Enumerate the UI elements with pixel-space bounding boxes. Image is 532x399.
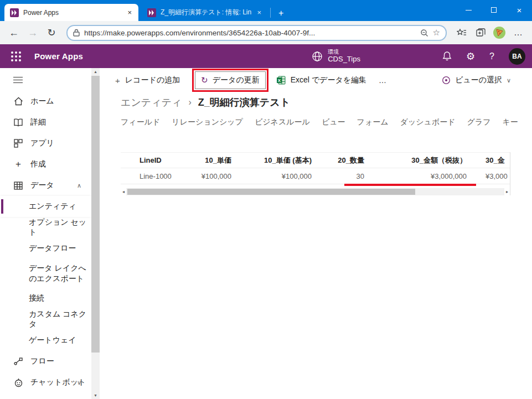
refresh-data-label: データの更新 (213, 75, 260, 85)
chevron-down-icon: ∨ (507, 77, 511, 84)
sidebar-item-connections[interactable]: 接続 (0, 288, 91, 309)
edit-in-excel-label: Excel でデータを編集 (291, 75, 366, 85)
sidebar-item-export-to-data-lake[interactable]: データ レイクへのエクスポート (0, 259, 91, 288)
excel-icon: X (276, 76, 286, 85)
more-commands-button[interactable]: … (379, 76, 386, 85)
page-title: Z_明細行演算テスト (198, 96, 290, 109)
select-view-dropdown[interactable]: ビューの選択 ∨ (442, 68, 511, 92)
favorite-star-icon[interactable]: ☆ (433, 28, 440, 38)
column-header[interactable]: 10_単価 (基本) (231, 156, 312, 165)
settings-gear-icon[interactable]: ⚙ (466, 50, 475, 63)
column-header[interactable]: 10_単価 (198, 156, 231, 165)
sidebar-item-dataflows[interactable]: データフロー (0, 238, 91, 259)
sidebar-item-entities[interactable]: エンティティ (0, 196, 91, 217)
tab-separator (270, 8, 271, 18)
data-table-icon (13, 180, 23, 190)
tab-close-icon[interactable]: × (256, 8, 262, 17)
edit-in-excel-button[interactable]: X Excel でデータを編集 (276, 75, 366, 85)
sidebar-item-label: 詳細 (30, 117, 46, 127)
content-area: + レコードの追加 ↻ データの更新 X Excel でデータを編集 … (100, 68, 532, 399)
sidebar-item-home[interactable]: ホーム (0, 91, 91, 112)
tab-close-icon[interactable]: × (126, 8, 133, 17)
sidebar-item-label: エンティティ (29, 201, 76, 211)
collections-icon[interactable] (472, 28, 489, 37)
maximize-button[interactable] (481, 0, 507, 20)
sidebar-item-chatbots[interactable]: チャットボット ∨ (0, 372, 91, 393)
chevron-down-icon[interactable]: ∨ (77, 379, 81, 386)
url-text[interactable]: https://make.powerapps.com/environments/… (84, 29, 416, 37)
environment-picker[interactable]: 環境 CDS_Tips (312, 49, 360, 63)
close-button[interactable]: × (507, 0, 532, 20)
reload-button[interactable]: ↻ (43, 27, 60, 39)
sidebar-item-gateways[interactable]: ゲートウェイ (0, 330, 91, 351)
select-view-label: ビューの選択 (455, 75, 502, 85)
minimize-button[interactable] (456, 0, 481, 20)
browser-extension-icon[interactable] (491, 26, 508, 39)
cell-amount-excl-tax: ¥3,000,000 (364, 172, 467, 180)
book-icon (13, 117, 23, 127)
scroll-down-icon[interactable]: ▾ (91, 393, 100, 398)
sidebar-item-apps[interactable]: アプリ (0, 133, 91, 154)
browser-tab-entity-record[interactable]: Z_明細行演算テスト: 情報: Line-10 × (142, 4, 268, 21)
column-header[interactable]: 30_金 (467, 156, 510, 165)
scroll-right-icon[interactable]: ▸ (504, 189, 510, 194)
chevron-up-icon[interactable]: ∧ (77, 182, 81, 189)
cell-unit-price-base: ¥100,000 (231, 172, 312, 180)
sidebar-item-data[interactable]: データ ∧ (0, 175, 91, 196)
tab-charts[interactable]: グラフ (467, 117, 491, 131)
breadcrumb: エンティティ › Z_明細行演算テスト (121, 96, 290, 109)
tab-views[interactable]: ビュー (322, 117, 345, 131)
table-row[interactable]: Line-1000 ¥100,000 ¥100,000 30 ¥3,000,00… (121, 168, 510, 184)
sidebar-item-label: オプション セット (29, 217, 91, 237)
breadcrumb-separator-icon: › (189, 97, 192, 107)
breadcrumb-entities-link[interactable]: エンティティ (121, 96, 182, 109)
scrollbar-thumb[interactable] (91, 76, 100, 353)
scrollbar-thumb[interactable] (127, 189, 415, 195)
back-button[interactable]: ← (6, 27, 22, 39)
column-header[interactable]: 20_数量 (312, 156, 364, 165)
cell-lineid: Line-1000 (121, 172, 198, 180)
refresh-data-button[interactable]: ↻ データの更新 (195, 71, 266, 89)
maximize-icon (491, 7, 497, 13)
notifications-bell-icon[interactable] (442, 51, 452, 61)
minimize-icon (466, 10, 472, 11)
add-record-button[interactable]: + レコードの追加 (115, 75, 180, 85)
waffle-icon[interactable] (8, 48, 24, 65)
search-icon[interactable] (420, 29, 428, 37)
tab-dashboards[interactable]: ダッシュボード (400, 117, 456, 131)
sidebar-item-option-sets[interactable]: オプション セット (0, 217, 91, 238)
lock-icon (73, 29, 80, 37)
user-avatar[interactable]: BA (509, 48, 525, 65)
sidebar-item-custom-connectors[interactable]: カスタム コネクタ (0, 309, 91, 330)
sidebar-item-label: ゲートウェイ (29, 335, 76, 345)
scroll-left-icon[interactable]: ◂ (121, 189, 126, 194)
scrollbar-track[interactable] (126, 188, 504, 195)
tab-relationships[interactable]: リレーションシップ (172, 117, 243, 131)
tab-business-rules[interactable]: ビジネスルール (255, 117, 310, 131)
scroll-up-icon[interactable]: ▴ (91, 69, 100, 74)
sidebar-scrollbar[interactable]: ▴ ▾ (91, 68, 100, 399)
column-header[interactable]: LineID (121, 156, 198, 164)
hamburger-menu-icon[interactable] (13, 77, 23, 83)
address-bar[interactable]: https://make.powerapps.com/environments/… (66, 25, 447, 41)
sidebar-item-flows[interactable]: フロー (0, 351, 91, 372)
horizontal-scrollbar[interactable]: ◂ ▸ (121, 188, 510, 195)
browser-tab-power-apps[interactable]: Power Apps × (4, 4, 138, 21)
app-title[interactable]: Power Apps (34, 51, 83, 61)
sidebar-item-learn[interactable]: 詳細 (0, 112, 91, 133)
column-header[interactable]: 30_金額（税抜） (364, 156, 467, 165)
browser-menu-icon[interactable]: … (510, 28, 526, 38)
help-icon[interactable]: ? (489, 51, 494, 61)
tab-keys[interactable]: キー (503, 117, 518, 131)
sidebar-item-label: データ (30, 180, 54, 190)
sidebar-item-label: 作成 (30, 159, 46, 169)
new-tab-button[interactable]: + (274, 8, 288, 18)
sidebar-item-create[interactable]: + 作成 (0, 154, 91, 175)
flow-icon (13, 356, 23, 366)
tab-forms[interactable]: フォーム (357, 117, 389, 131)
cell-amount-next: ¥3,000 (467, 172, 510, 180)
forward-button[interactable]: → (24, 27, 41, 39)
tab-fields[interactable]: フィールド (121, 117, 160, 131)
sidebar-item-label: データ レイクへのエクスポート (29, 263, 87, 284)
favorites-bar-icon[interactable] (453, 28, 470, 37)
